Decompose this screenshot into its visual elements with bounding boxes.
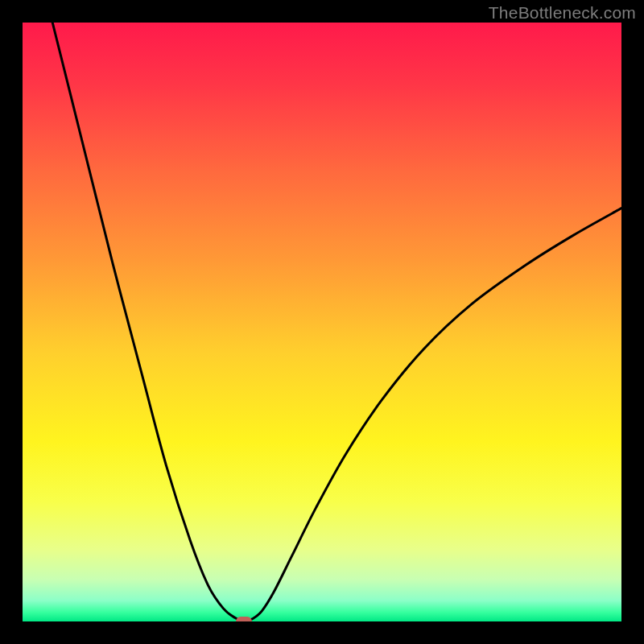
- optimum-marker: [236, 617, 252, 621]
- bottleneck-curve: [23, 23, 621, 621]
- chart-frame: TheBottleneck.com: [0, 0, 644, 644]
- watermark-text: TheBottleneck.com: [489, 3, 636, 23]
- plot-area: [23, 23, 621, 621]
